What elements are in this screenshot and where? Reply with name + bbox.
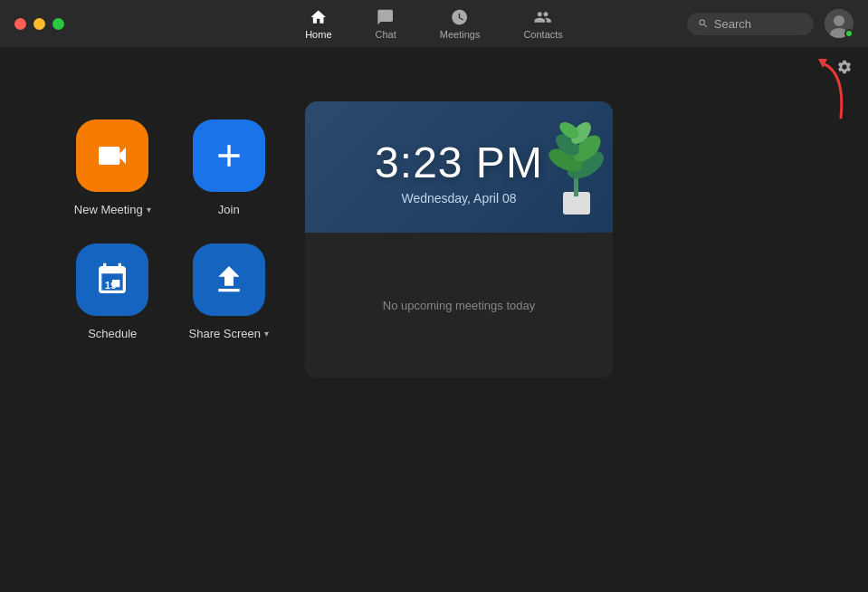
contacts-icon [534,8,552,26]
new-meeting-label: New Meeting ▾ [74,203,151,216]
join-label: Join [218,203,240,216]
share-screen-chevron: ▾ [264,329,269,339]
tab-home[interactable]: Home [287,5,349,43]
share-screen-label: Share Screen ▾ [189,327,270,340]
tab-chat-label: Chat [376,29,396,40]
nav-right [687,9,854,38]
svg-point-1 [834,15,844,26]
nav-tabs: Home Chat Meetings Contacts [287,5,581,43]
titlebar: Home Chat Meetings Contacts [0,0,868,47]
avatar-container[interactable] [825,9,854,38]
settings-button[interactable] [834,56,855,78]
search-icon [698,17,709,30]
tab-chat[interactable]: Chat [358,5,415,43]
new-meeting-item[interactable]: New Meeting ▾ [72,119,153,216]
tab-contacts-label: Contacts [523,29,562,40]
meetings-area: No upcoming meetings today [305,233,613,377]
schedule-item[interactable]: 19 Schedule [72,243,153,340]
home-icon [310,8,328,26]
traffic-lights [14,18,64,30]
maximize-button[interactable] [52,18,64,30]
calendar-icon: 19 [94,262,130,298]
close-button[interactable] [14,18,26,30]
join-button[interactable] [193,119,265,192]
share-screen-button[interactable] [193,243,265,316]
tab-home-label: Home [305,29,331,40]
camera-icon [94,138,130,174]
clock-time: 3:23 PM [375,138,543,187]
schedule-label: Schedule [88,327,137,340]
svg-text:19: 19 [105,279,117,291]
share-screen-item[interactable]: Share Screen ▾ [189,243,270,340]
plus-icon [211,138,247,174]
search-input[interactable] [714,17,803,31]
clock-widget: 3:23 PM Wednesday, April 08 No upcoming … [305,101,613,377]
main-content: New Meeting ▾ Join 19 [0,47,868,592]
minimize-button[interactable] [33,18,45,30]
tab-contacts[interactable]: Contacts [505,5,580,43]
search-bar[interactable] [687,13,814,35]
clock-date: Wednesday, April 08 [401,191,516,205]
join-item[interactable]: Join [189,119,270,216]
plant-decoration [540,101,613,219]
schedule-button[interactable]: 19 [76,243,148,316]
clock-area: 3:23 PM Wednesday, April 08 [305,101,613,233]
right-panel: 3:23 PM Wednesday, April 08 No upcoming … [305,101,796,377]
meetings-icon [451,8,469,26]
no-meetings-text: No upcoming meetings today [383,299,535,312]
gear-icon [836,59,853,75]
action-grid: New Meeting ▾ Join 19 [72,119,269,340]
share-icon [211,262,247,298]
new-meeting-chevron: ▾ [147,205,151,215]
new-meeting-button[interactable] [76,119,148,192]
tab-meetings[interactable]: Meetings [422,5,499,43]
tab-meetings-label: Meetings [440,29,481,40]
chat-icon [377,8,395,26]
online-badge [844,29,854,38]
